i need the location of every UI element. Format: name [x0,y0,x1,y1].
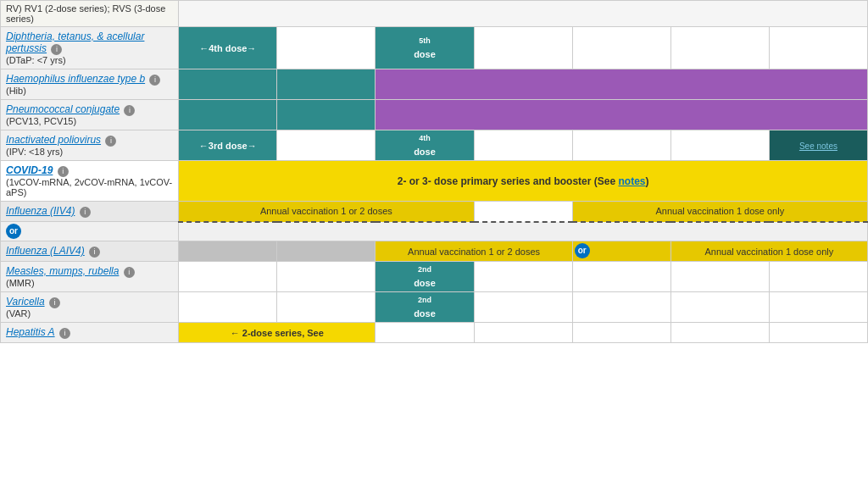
pcv-sub: (PCV13, PCV15) [6,116,173,126]
hepa-empty2 [474,323,572,343]
covid-info-icon[interactable]: i [58,166,69,177]
flu-iiv-right-cell: Annual vaccination 1 dose only [572,202,867,222]
dtap-row: Diphtheria, tetanus, & acellular pertuss… [1,27,868,69]
or-row: or [1,222,868,241]
mmr-sub: (MMR) [6,278,173,288]
dtap-sub: (DTaP: <7 yrs) [6,55,173,65]
var-empty3 [474,292,572,323]
mmr-empty5 [670,262,769,292]
dtap-link[interactable]: Diphtheria, tetanus, & acellular pertuss… [6,30,144,54]
rv-text: RV) RV1 (2-dose series); RVS (3-dose ser… [6,3,165,24]
mmr-empty6 [769,262,867,292]
dtap-empty2 [474,27,572,69]
pcv-teal2 [277,100,376,130]
flu-laiv-info-icon[interactable]: i [89,247,100,258]
hepa-2dose-cell: ← 2-dose series, See [179,323,376,343]
dtap-empty5 [769,27,867,69]
ipv-empty1 [277,130,376,161]
hib-sub: (Hib) [6,86,173,96]
ipv-link[interactable]: Inactivated poliovirus [6,134,101,146]
flu-iiv-info-icon[interactable]: i [80,207,91,218]
covid-link[interactable]: COVID-19 [6,164,53,176]
hib-info-icon[interactable]: i [149,75,160,86]
hib-purple [376,69,868,100]
flu-laiv-row: Influenza (LAIV4) i Annual vaccination 1… [1,241,868,262]
varicella-link[interactable]: Varicella [6,296,45,308]
hepa-empty3 [572,323,670,343]
pcv-teal1 [179,100,277,130]
varicella-info-icon[interactable]: i [49,297,60,308]
mmr-empty1 [179,262,277,292]
mmr-empty3 [474,262,572,292]
covid-notes-link[interactable]: notes [618,175,645,187]
dtap-empty1 [277,27,376,69]
hib-teal2 [277,69,376,100]
var-empty2 [277,292,376,323]
covid-sub: (1vCOV-mRNA, 2vCOV-mRNA, 1vCOV-aPS) [6,177,173,197]
pcv-link[interactable]: Pneumococcal conjugate [6,103,120,115]
dtap-empty3 [572,27,670,69]
ipv-row: Inactivated poliovirus i (IPV: <18 yrs) … [1,130,868,161]
ipv-sub: (IPV: <18 yrs) [6,147,173,157]
hib-row: Haemophilus influenzae type b i (Hib) [1,69,868,100]
pcv-info-icon[interactable]: i [124,105,135,116]
var-empty1 [179,292,277,323]
varicella-row: Varicella i (VAR) 2nd dose [1,292,868,323]
flu-laiv-right-cell: Annual vaccination 1 dose only [670,241,867,262]
ipv-empty3 [572,130,670,161]
ipv-4th-dose: 4th dose [376,130,474,161]
flu-laiv-mid-cell: Annual vaccination 1 or 2 doses [376,241,572,262]
hepa-empty5 [769,323,867,343]
dtap-empty4 [670,27,769,69]
dtap-4th-dose: ←4th dose→ [179,27,277,69]
ipv-empty2 [474,130,572,161]
dtap-info-icon[interactable]: i [51,44,62,55]
flu-laiv-link[interactable]: Influenza (LAIV4) [6,245,85,257]
hepa-row: Hepatitis A i ← 2-dose series, See [1,323,868,343]
mmr-link[interactable]: Measles, mumps, rubella [6,265,119,277]
ipv-empty4 [670,130,769,161]
flu-laiv-gray2 [277,241,376,262]
hepa-info-icon[interactable]: i [59,328,70,339]
ipv-see-notes: See notes [769,130,867,161]
var-empty5 [670,292,769,323]
hib-teal1 [179,69,277,100]
pcv-purple [376,100,868,130]
covid-row: COVID-19 i (1vCOV-mRNA, 2vCOV-mRNA, 1vCO… [1,161,868,202]
flu-iiv-link[interactable]: Influenza (IIV4) [6,205,75,217]
rv-row: RV) RV1 (2-dose series); RVS (3-dose ser… [1,1,868,27]
varicella-sub: (VAR) [6,308,173,319]
mmr-empty2 [277,262,376,292]
var-2nd-dose: 2nd dose [376,292,474,323]
covid-cell: 2- or 3- dose primary series and booster… [179,161,868,202]
hepa-empty1 [376,323,474,343]
ipv-3rd-dose: ←3rd dose→ [179,130,277,161]
ipv-info-icon[interactable]: i [105,136,116,147]
flu-laiv-or-badge-cell: or [572,241,670,262]
flu-laiv-gray1 [179,241,277,262]
var-empty4 [572,292,670,323]
flu-iiv-left-cell: Annual vaccination 1 or 2 doses [179,202,474,222]
var-empty6 [769,292,867,323]
flu-laiv-or-badge: or [575,243,590,258]
or-dashed-row [179,222,868,241]
or-badge: or [6,224,21,239]
ipv-notes-link[interactable]: See notes [799,141,837,151]
dtap-5th-dose: 5th dose [376,27,474,69]
hepa-link[interactable]: Hepatitis A [6,326,55,338]
hepa-empty4 [670,323,769,343]
mmr-empty4 [572,262,670,292]
mmr-row: Measles, mumps, rubella i (MMR) 2nd dose [1,262,868,292]
mmr-info-icon[interactable]: i [124,267,135,278]
pcv-row: Pneumococcal conjugate i (PCV13, PCV15) [1,100,868,130]
flu-iiv-empty [474,202,572,222]
flu-iiv-row: Influenza (IIV4) i Annual vaccination 1 … [1,202,868,222]
mmr-2nd-dose: 2nd dose [376,262,474,292]
hib-link[interactable]: Haemophilus influenzae type b [6,73,145,85]
